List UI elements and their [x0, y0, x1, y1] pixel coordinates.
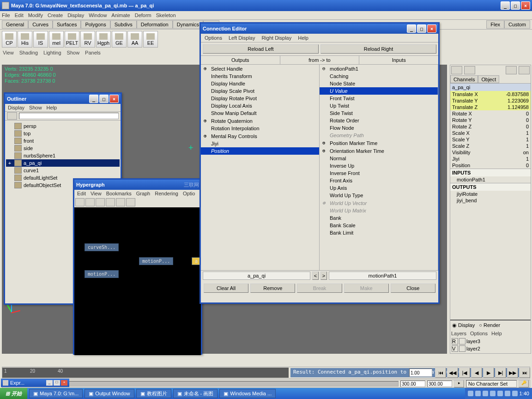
hypergraph-canvas[interactable]: curveSh...motionP...amotionP...	[74, 207, 201, 355]
channel-row[interactable]: Scale X1	[450, 130, 531, 136]
menu-item[interactable]: Show	[29, 105, 42, 110]
attr-item[interactable]: Inverse Up	[320, 162, 438, 169]
channel-value[interactable]: on	[501, 150, 529, 155]
menu-item[interactable]: Bookmarks	[106, 191, 132, 196]
channel-value[interactable]: 1.124958	[501, 104, 529, 110]
tab-object[interactable]: Object	[478, 75, 499, 83]
attr-item[interactable]: Up Axis	[320, 184, 438, 192]
channel-row[interactable]: Rotate Z0	[450, 123, 531, 130]
taskbar-item[interactable]: ▣未命名 - 画图	[173, 389, 218, 398]
layer-row[interactable]: Vlayer2	[451, 345, 530, 352]
hypergraph-node[interactable]: motionP...	[85, 270, 119, 278]
outliner-item[interactable]: persp	[6, 122, 120, 130]
menu-item[interactable]: Shading	[19, 50, 38, 55]
expr-editor-minimized[interactable]: Expr... _ □ ×	[1, 379, 69, 387]
attr-item[interactable]: Rotation Interpolation	[201, 125, 319, 132]
charset-field[interactable]: No Character Set	[466, 380, 517, 387]
attr-item[interactable]: Display Rotate Pivot	[201, 95, 319, 102]
toolbar-button[interactable]	[116, 198, 125, 206]
shelf-tab[interactable]: General	[2, 20, 28, 29]
hypergraph-window[interactable]: Hypergraph 三联网 EditViewBookmarksGraphRen…	[73, 178, 202, 355]
layer-type-box[interactable]	[459, 345, 466, 352]
menu-item[interactable]: Animate	[111, 12, 130, 18]
expand-icon[interactable]: ⊕	[204, 118, 208, 124]
menu-item[interactable]: Options	[470, 331, 488, 336]
channel-value[interactable]: 1	[501, 156, 529, 162]
channel-value[interactable]: 0	[501, 124, 529, 129]
menu-item[interactable]: Lighting	[43, 50, 61, 55]
channel-row[interactable]: Rotate Y0	[450, 117, 531, 123]
attr-item[interactable]: Flow Node	[320, 124, 438, 132]
toggle-icon[interactable]	[519, 66, 530, 74]
channel-value[interactable]: 1	[501, 143, 529, 149]
shelf-tab[interactable]: Curves	[28, 20, 53, 29]
outliner-item[interactable]: curve1	[6, 167, 120, 174]
prev-key-button[interactable]: |◀	[459, 368, 470, 378]
layer-row[interactable]: Rlayer3	[451, 338, 530, 345]
menu-item[interactable]: Display	[67, 12, 84, 18]
menu-item[interactable]: Skeleton	[156, 12, 176, 18]
current-frame-field[interactable]	[409, 369, 432, 377]
input-node[interactable]: motionPath1	[450, 176, 531, 183]
shelf-tab[interactable]: Flex	[486, 20, 504, 29]
channel-value[interactable]: 0	[501, 111, 529, 116]
attr-item[interactable]: Inverse Front	[320, 169, 438, 177]
menu-item[interactable]: Graph	[136, 191, 151, 196]
hypergraph-node[interactable]: curveSh...	[85, 243, 119, 251]
toolbar-button[interactable]	[96, 198, 105, 206]
attr-item[interactable]: Caching	[320, 73, 438, 80]
render-radio[interactable]: ○ Render	[479, 322, 500, 328]
output-node[interactable]: jiyiRotate	[450, 191, 531, 197]
arrow-right-button[interactable]: >	[320, 272, 327, 280]
attr-item[interactable]: ⊖motionPath1	[320, 65, 438, 73]
shelf-button[interactable]: RV	[80, 31, 95, 48]
direction-header[interactable]: from -> to	[280, 56, 359, 64]
shelf-button[interactable]: AA	[127, 31, 142, 48]
toggle-icon[interactable]	[451, 66, 462, 74]
taskbar-item[interactable]: ▣教程图片	[136, 389, 171, 398]
shelf-button[interactable]: Hgph	[96, 31, 111, 48]
maximize-button[interactable]: □	[511, 1, 520, 10]
channel-value[interactable]: 0	[501, 117, 529, 123]
clock[interactable]: 1:40	[520, 391, 529, 396]
attr-item[interactable]: Position	[201, 147, 319, 155]
make-button[interactable]: Make	[344, 284, 389, 293]
tab-channels[interactable]: Channels	[450, 75, 478, 83]
close-button[interactable]: ×	[521, 1, 530, 10]
tray-icon[interactable]	[497, 391, 503, 396]
menu-item[interactable]: Deform	[135, 12, 151, 18]
expand-icon[interactable]: +	[7, 160, 12, 166]
toggle-icon[interactable]	[464, 66, 475, 74]
hypergraph-node[interactable]: motionP...	[139, 257, 173, 265]
start-button[interactable]: ⊞ 开始	[0, 388, 27, 399]
attr-item[interactable]: Display Scale Pivot	[201, 87, 319, 95]
step-fwd-button[interactable]: ▶▶	[507, 368, 518, 378]
attr-item[interactable]: Bank Scale	[320, 222, 438, 229]
reload-left-button[interactable]: Reload Left	[203, 44, 319, 54]
menu-item[interactable]: Help	[491, 331, 502, 336]
channel-value[interactable]: 1	[501, 137, 529, 142]
tray-icon[interactable]	[505, 391, 510, 396]
menu-item[interactable]: Rendering	[155, 191, 178, 196]
range-end-field[interactable]	[427, 381, 452, 387]
minimize-button[interactable]: _	[89, 95, 98, 103]
channel-row[interactable]: Position0	[450, 162, 531, 169]
outliner-item[interactable]: front	[6, 137, 120, 145]
main-titlebar[interactable]: Maya 7.0: G:\maya\New_text\scenes\a_pa_q…	[0, 0, 532, 11]
toggle-icon[interactable]	[506, 66, 517, 74]
attr-item[interactable]: Display Local Axis	[201, 102, 319, 109]
channel-row[interactable]: Translate X-0.837588	[450, 91, 531, 97]
charset-btn[interactable]: ▸	[454, 380, 464, 387]
menu-item[interactable]: Show	[67, 50, 80, 55]
range-bar[interactable]	[57, 381, 399, 387]
play-back-button[interactable]: ◀	[471, 368, 482, 378]
taskbar-item[interactable]: ▣Maya 7.0: G:\m...	[29, 389, 83, 398]
hypergraph-titlebar[interactable]: Hypergraph 三联网	[74, 180, 201, 190]
menu-item[interactable]: View	[91, 191, 102, 196]
attr-item[interactable]: World Up Matrix	[320, 207, 438, 214]
menu-item[interactable]: View	[3, 50, 14, 55]
toolbar-button[interactable]	[106, 198, 115, 206]
shelf-button[interactable]: CP	[2, 31, 17, 48]
taskbar-item[interactable]: ▣Windows Media ...	[219, 389, 276, 398]
attr-item[interactable]: ⊕Rotate Quaternion	[201, 117, 319, 125]
